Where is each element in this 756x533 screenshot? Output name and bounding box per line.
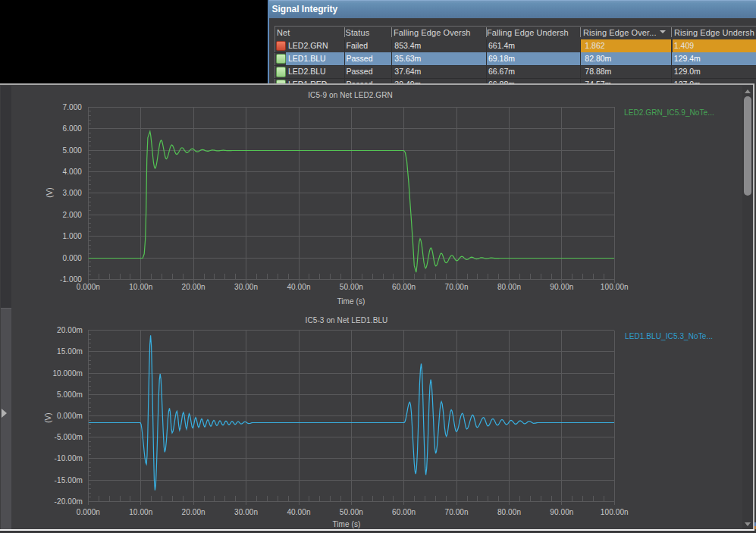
svg-text:2.000: 2.000 — [62, 211, 82, 219]
svg-text:0.000n: 0.000n — [77, 508, 100, 516]
svg-text:40.00n: 40.00n — [287, 283, 310, 291]
svg-text:30.00n: 30.00n — [234, 283, 258, 291]
svg-text:20.00m: 20.00m — [57, 326, 83, 334]
svg-text:-10.00m: -10.00m — [55, 454, 83, 462]
svg-text:40.00n: 40.00n — [287, 508, 310, 516]
svg-text:-15.00m: -15.00m — [55, 476, 83, 484]
svg-text:30.00n: 30.00n — [234, 508, 258, 516]
svg-text:80.00n: 80.00n — [497, 508, 521, 516]
svg-text:50.00n: 50.00n — [340, 283, 363, 291]
svg-text:(V): (V) — [45, 187, 54, 198]
svg-text:50.00n: 50.00n — [340, 508, 363, 516]
svg-text:3.000: 3.000 — [62, 189, 82, 197]
svg-text:IC5-3 on Net LED1.BLU: IC5-3 on Net LED1.BLU — [306, 316, 388, 325]
svg-text:6.000: 6.000 — [62, 124, 82, 133]
svg-text:0.000n: 0.000n — [77, 283, 100, 291]
svg-text:10.00n: 10.00n — [129, 283, 152, 291]
svg-text:70.00n: 70.00n — [445, 508, 469, 516]
svg-text:0.000: 0.000 — [62, 254, 82, 262]
svg-text:70.00n: 70.00n — [445, 283, 469, 291]
svg-text:-5.000m: -5.000m — [55, 433, 83, 441]
svg-text:7.000: 7.000 — [62, 103, 82, 111]
svg-text:20.00n: 20.00n — [182, 283, 205, 291]
svg-text:20.00n: 20.00n — [182, 508, 205, 516]
svg-text:60.00n: 60.00n — [392, 508, 416, 516]
svg-text:100.00n: 100.00n — [601, 283, 629, 291]
svg-text:90.00n: 90.00n — [550, 283, 573, 291]
svg-text:-20.00m: -20.00m — [55, 497, 83, 506]
svg-text:4.000: 4.000 — [62, 168, 82, 176]
svg-text:10.000m: 10.000m — [52, 369, 83, 378]
svg-text:60.00n: 60.00n — [392, 283, 416, 291]
svg-text:5.000m: 5.000m — [57, 390, 83, 399]
svg-text:0.000m: 0.000m — [57, 412, 83, 420]
svg-text:1.000: 1.000 — [62, 232, 82, 240]
svg-text:IC5-9 on Net LED2.GRN: IC5-9 on Net LED2.GRN — [308, 91, 393, 99]
svg-text:5.000: 5.000 — [62, 146, 82, 155]
svg-text:Time (s): Time (s) — [332, 520, 360, 528]
svg-text:Time (s): Time (s) — [337, 297, 365, 306]
svg-text:(V): (V) — [44, 412, 52, 423]
svg-text:100.00n: 100.00n — [601, 508, 629, 516]
svg-text:15.00m: 15.00m — [57, 347, 83, 356]
svg-text:10.00n: 10.00n — [129, 508, 152, 516]
svg-text:LED2.GRN_IC5.9_NoTe...: LED2.GRN_IC5.9_NoTe... — [624, 108, 714, 117]
svg-text:90.00n: 90.00n — [550, 508, 573, 516]
svg-text:80.00n: 80.00n — [497, 283, 521, 291]
svg-text:LED1.BLU_IC5.3_NoTe...: LED1.BLU_IC5.3_NoTe... — [625, 332, 713, 340]
